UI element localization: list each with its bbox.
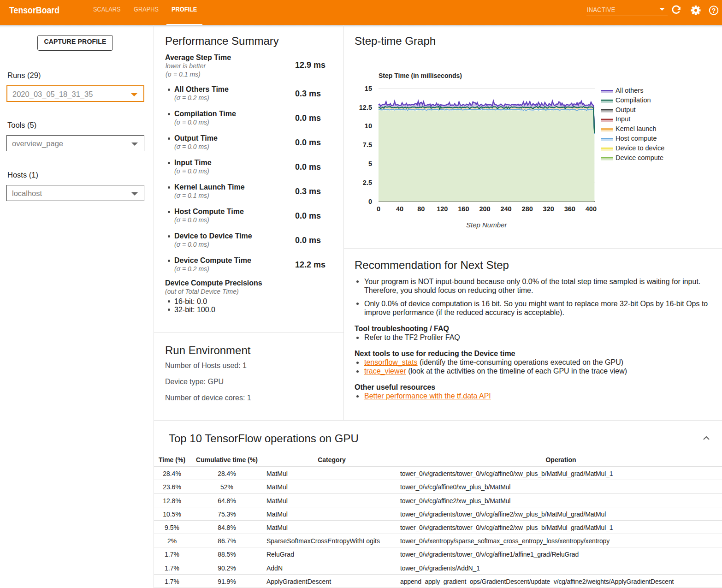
svg-text:Device compute: Device compute [615, 154, 663, 161]
svg-text:?: ? [712, 7, 716, 14]
svg-text:5: 5 [368, 160, 372, 167]
svg-text:120: 120 [437, 205, 448, 213]
svg-text:7.5: 7.5 [363, 141, 372, 148]
svg-text:160: 160 [458, 205, 469, 213]
svg-text:240: 240 [500, 205, 511, 213]
svg-text:Device to device: Device to device [615, 144, 664, 152]
svg-text:Output: Output [615, 106, 636, 113]
svg-text:200: 200 [479, 205, 490, 213]
svg-text:360: 360 [564, 205, 575, 213]
svg-text:2.5: 2.5 [363, 179, 372, 186]
svg-text:12.5: 12.5 [359, 104, 372, 111]
svg-text:15: 15 [365, 85, 372, 92]
svg-text:0: 0 [368, 198, 372, 205]
svg-text:280: 280 [522, 205, 533, 213]
svg-text:40: 40 [396, 205, 403, 213]
svg-text:0: 0 [377, 205, 380, 213]
svg-text:Kernel launch: Kernel launch [615, 125, 657, 132]
svg-text:400: 400 [586, 205, 597, 213]
svg-text:10: 10 [365, 122, 372, 130]
svg-text:All others: All others [615, 87, 643, 94]
svg-text:Compilation: Compilation [615, 96, 651, 104]
svg-text:Host compute: Host compute [615, 135, 657, 142]
svg-text:320: 320 [543, 205, 554, 213]
svg-text:80: 80 [417, 205, 425, 213]
svg-text:Input: Input [615, 115, 630, 123]
